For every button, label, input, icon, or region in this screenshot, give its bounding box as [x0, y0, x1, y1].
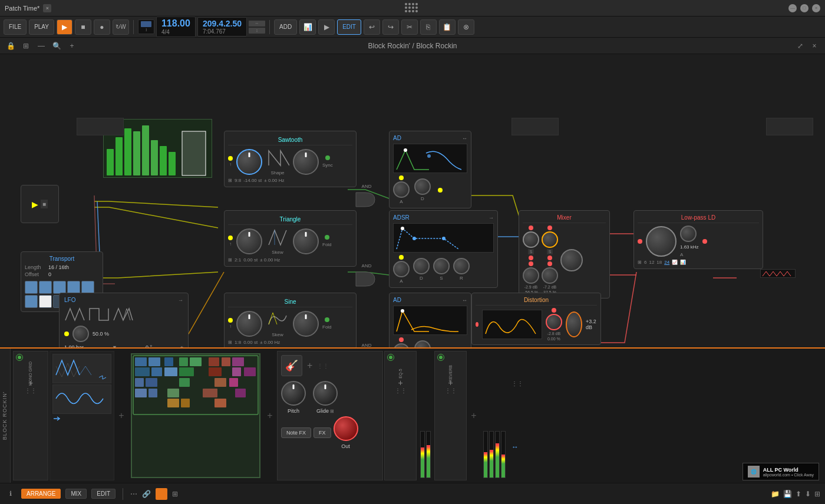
- play-label-button[interactable]: PLAY: [29, 19, 54, 35]
- play-button[interactable]: ▶: [57, 19, 72, 35]
- lp-res-knob[interactable]: [680, 226, 697, 242]
- instrument-drag[interactable]: ⋮⋮: [317, 363, 329, 369]
- loop-button[interactable]: ↻W: [113, 19, 129, 35]
- eq5-dots[interactable]: ⋮⋮: [395, 387, 407, 394]
- mixer-main-knob[interactable]: [560, 249, 583, 271]
- bpm-display[interactable]: 118.00 4/4: [156, 16, 196, 37]
- seq-step-3[interactable]: [53, 281, 66, 294]
- transport-play-controls[interactable]: ▶ ■: [21, 185, 59, 223]
- dist-main-knob[interactable]: [566, 311, 582, 337]
- add-instrument[interactable]: +: [307, 360, 312, 371]
- adsr-d-knob[interactable]: [413, 258, 430, 274]
- play-icon-sm[interactable]: ▶: [32, 200, 38, 209]
- mono-grid-power[interactable]: [16, 354, 23, 361]
- mono-grid-dots[interactable]: ⋮⋮: [25, 387, 37, 394]
- sb-icon-3[interactable]: 🔗: [142, 490, 151, 498]
- plus-button[interactable]: +: [66, 40, 78, 52]
- edit-status-button[interactable]: EDIT: [91, 489, 116, 499]
- ad2-d-knob[interactable]: [414, 340, 431, 347]
- lp-graph-icon[interactable]: 📈: [672, 260, 678, 265]
- reverb-dots[interactable]: ⋮⋮: [445, 387, 457, 394]
- undo-button[interactable]: ↩: [364, 19, 380, 35]
- lfo-wave-1[interactable]: [64, 306, 85, 323]
- seq-step-1[interactable]: [25, 281, 38, 294]
- adsr-a-knob[interactable]: [393, 261, 410, 277]
- minus-button[interactable]: —: [35, 40, 47, 52]
- device-chain[interactable]: MONO GRID + ⋮⋮: [11, 349, 825, 483]
- adsr-r-knob[interactable]: [453, 258, 470, 274]
- zoom-button[interactable]: 🔍: [51, 40, 62, 52]
- sb-right-3[interactable]: ⬆: [796, 490, 801, 498]
- ad2-a-knob[interactable]: [393, 343, 410, 347]
- sb-right-4[interactable]: ⬇: [805, 490, 811, 498]
- ad1-d-knob[interactable]: [414, 178, 431, 195]
- sb-icon-1[interactable]: ℹ: [5, 488, 16, 500]
- sb-right-2[interactable]: 💾: [783, 490, 792, 498]
- stop-icon-sm[interactable]: ■: [41, 200, 48, 208]
- grid-button[interactable]: ⊞: [20, 40, 32, 52]
- add-device-1[interactable]: +: [116, 351, 127, 480]
- seq-step-4[interactable]: [67, 281, 80, 294]
- ad1-a-knob[interactable]: [393, 181, 410, 198]
- lfo-wave-2[interactable]: [88, 306, 109, 323]
- seq-step-7[interactable]: [39, 295, 52, 308]
- close-patch-button[interactable]: ×: [808, 40, 820, 52]
- fx-button[interactable]: FX: [314, 427, 331, 438]
- close-tab-button[interactable]: ×: [43, 4, 51, 12]
- mixer-ch2-vol[interactable]: [542, 267, 558, 284]
- file-button[interactable]: FILE: [4, 19, 27, 35]
- patch-content[interactable]: ▶ ■ Transport Length 16 / 16th Offset 0: [0, 54, 825, 347]
- lfo-wave-3[interactable]: [113, 306, 133, 323]
- triangle-fold-knob[interactable]: [293, 228, 319, 254]
- scissors-button[interactable]: ✂: [401, 19, 418, 35]
- adsr-s-knob[interactable]: [433, 258, 450, 274]
- seq-step-5[interactable]: [81, 281, 94, 294]
- lp-slope-6[interactable]: 6: [644, 260, 646, 265]
- mixer-ch1-knob[interactable]: [523, 231, 539, 248]
- expand-button[interactable]: ⤢: [794, 40, 806, 52]
- mixer-ch2-knob[interactable]: [542, 231, 558, 248]
- add-button[interactable]: ADD: [274, 19, 297, 35]
- pitch-knob[interactable]: [281, 381, 306, 406]
- eq5-power[interactable]: [387, 354, 394, 361]
- reverb-power[interactable]: [437, 354, 444, 361]
- add-device-final[interactable]: +: [468, 351, 480, 480]
- chart-button[interactable]: 📊: [299, 19, 316, 35]
- lp-slope-12[interactable]: 12: [649, 260, 654, 265]
- paste-button[interactable]: 📋: [439, 19, 456, 35]
- copy-button[interactable]: ⎘: [420, 19, 437, 35]
- delete-button[interactable]: ⊗: [458, 19, 474, 35]
- wave-arrows[interactable]: [52, 415, 111, 422]
- mixer-ch1-vol[interactable]: [523, 267, 539, 284]
- window-maximize[interactable]: □: [800, 4, 808, 12]
- seq-step-6[interactable]: [25, 295, 38, 308]
- lock-button[interactable]: 🔒: [5, 40, 16, 52]
- sb-orange-box[interactable]: [156, 488, 167, 500]
- sine-skew-knob[interactable]: [236, 311, 262, 337]
- play2-button[interactable]: ▶: [318, 19, 335, 35]
- sawtooth-shape-knob[interactable]: [236, 149, 262, 175]
- stop-button[interactable]: ■: [75, 19, 91, 35]
- out-knob[interactable]: [334, 416, 358, 441]
- triangle-skew-knob[interactable]: [236, 228, 262, 254]
- dist-knob-1[interactable]: [546, 314, 562, 330]
- sb-icon-4[interactable]: ⊞: [172, 490, 178, 498]
- sb-right-1[interactable]: 📁: [771, 490, 780, 498]
- lp-slope-18[interactable]: 18: [656, 260, 662, 265]
- sb-right-5[interactable]: ⊞: [814, 490, 820, 498]
- window-minimize[interactable]: —: [788, 4, 797, 12]
- sine-fold-knob[interactable]: [293, 311, 319, 337]
- redo-button[interactable]: ↪: [382, 19, 399, 35]
- edit-button[interactable]: EDIT: [337, 19, 361, 35]
- lfo-amount-knob[interactable]: [72, 326, 89, 342]
- glide-knob[interactable]: [313, 381, 338, 406]
- record-button[interactable]: ●: [94, 19, 110, 35]
- chain-arrow[interactable]: ↔: [512, 443, 523, 451]
- note-fx-button[interactable]: Note FX: [281, 427, 311, 438]
- sb-icon-2[interactable]: ⋯: [130, 490, 137, 498]
- note-grid-display[interactable]: [131, 353, 260, 478]
- eq5-add[interactable]: +: [398, 378, 402, 387]
- mix-button[interactable]: MIX: [65, 489, 87, 499]
- sawtooth-sync-knob[interactable]: [293, 149, 319, 175]
- add-device-2[interactable]: +: [264, 351, 276, 480]
